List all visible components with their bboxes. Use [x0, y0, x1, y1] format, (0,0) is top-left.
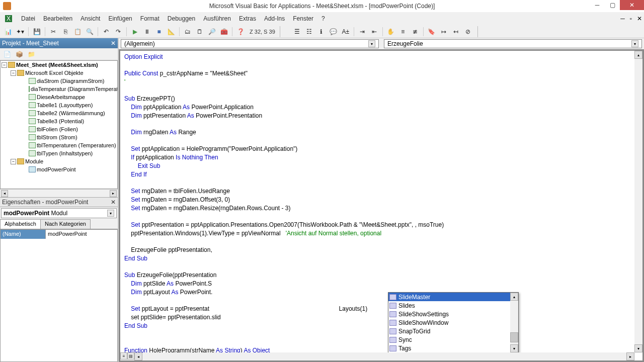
menu-debuggen[interactable]: Debuggen: [164, 15, 199, 22]
properties-icon[interactable]: 🗒: [195, 27, 205, 37]
tab-alphabetical[interactable]: Alphabetisch: [0, 219, 41, 229]
tree-item[interactable]: Tabelle1 (Layouttypen): [37, 102, 93, 108]
tab-categorized[interactable]: Nach Kategorien: [40, 219, 91, 229]
menu-addins[interactable]: Add-Ins: [260, 15, 289, 22]
insert-module-icon[interactable]: ✦▾: [15, 27, 25, 37]
tree-item[interactable]: Tabelle3 (Potential): [37, 118, 84, 124]
menu-datei[interactable]: Datei: [17, 15, 39, 22]
scroll-right-icon[interactable]: ▸: [626, 352, 634, 360]
break-icon[interactable]: ⏸: [142, 27, 152, 37]
procedure-combo[interactable]: ErzeugeFolie ▾: [384, 39, 642, 48]
tree-module[interactable]: modPowerPoint: [37, 166, 76, 172]
toggle-folders-icon[interactable]: 📁: [26, 49, 36, 59]
menu-bearbeiten[interactable]: Bearbeiten: [39, 15, 76, 22]
breakpoint-icon[interactable]: ✋: [386, 27, 396, 37]
menu-fenster[interactable]: Fenster: [289, 15, 317, 22]
complete-word-icon[interactable]: A±: [341, 27, 351, 37]
prop-row[interactable]: (Name) modPowerPoint: [1, 230, 117, 239]
tree-item[interactable]: diaTemperatur (DiagrammTemperaturen): [31, 86, 118, 92]
intellisense-scrollbar[interactable]: ▴ ▾: [510, 293, 518, 352]
tree-excel-objects[interactable]: Microsoft Excel Objekte: [25, 70, 84, 76]
toggle-bookmark-icon[interactable]: 🔖: [427, 27, 437, 37]
parameter-info-icon[interactable]: 💬: [329, 27, 339, 37]
copy-icon[interactable]: ⎘: [60, 27, 70, 37]
procedure-view-icon[interactable]: ≡: [120, 352, 127, 359]
undo-icon[interactable]: ↶: [101, 27, 111, 37]
view-code-icon[interactable]: 📄: [2, 49, 12, 59]
menu-ausfuehren[interactable]: Ausführen: [199, 15, 235, 22]
scroll-up-icon[interactable]: ▴: [510, 293, 518, 301]
full-module-view-icon[interactable]: ▤: [127, 352, 134, 359]
intellisense-popup[interactable]: SlideMaster Slides SlideShowSettings Sli…: [388, 292, 519, 353]
paste-icon[interactable]: 📋: [72, 27, 83, 37]
next-bookmark-icon[interactable]: ↦: [439, 27, 449, 37]
comment-block-icon[interactable]: ≡: [398, 27, 408, 37]
view-excel-icon[interactable]: 📊: [3, 27, 13, 37]
properties-grid[interactable]: (Name) modPowerPoint: [0, 229, 118, 362]
tree-item[interactable]: diaStrom (DiagrammStrom): [37, 78, 104, 84]
scroll-down-icon[interactable]: ▾: [510, 344, 518, 352]
props-panel-close[interactable]: ✕: [111, 199, 116, 206]
intellisense-item[interactable]: SlideShowSettings: [388, 310, 510, 318]
list-properties-icon[interactable]: ☰: [292, 27, 302, 37]
scroll-right-icon[interactable]: ▸: [110, 190, 117, 197]
view-object-icon[interactable]: 📦: [14, 49, 24, 59]
list-constants-icon[interactable]: ☷: [304, 27, 314, 37]
intellisense-item[interactable]: SlideShowWindow: [388, 318, 510, 327]
tree-module-folder[interactable]: Module: [25, 158, 43, 164]
code-vscroll[interactable]: ▴ ▾: [634, 51, 642, 352]
tree-item[interactable]: Tabelle2 (Wärmedämmung): [37, 110, 105, 116]
intellisense-item[interactable]: Slides: [388, 301, 510, 310]
menu-einfuegen[interactable]: Einfügen: [104, 15, 136, 22]
object-browser-icon[interactable]: 🔎: [207, 27, 217, 37]
expand-icon[interactable]: −: [11, 159, 16, 164]
prop-value-cell[interactable]: modPowerPoint: [46, 230, 117, 239]
prev-bookmark-icon[interactable]: ↤: [451, 27, 461, 37]
toolbox-icon[interactable]: 🧰: [219, 27, 229, 37]
intellisense-item[interactable]: Tags: [388, 344, 510, 352]
redo-icon[interactable]: ↷: [113, 27, 123, 37]
tree-item[interactable]: tblStrom (Strom): [37, 134, 77, 140]
expand-icon[interactable]: −: [2, 62, 7, 68]
project-panel-close[interactable]: ✕: [111, 40, 116, 47]
outdent-icon[interactable]: ⇤: [369, 27, 379, 37]
scroll-thumb[interactable]: [510, 332, 518, 342]
tree-item[interactable]: tblFolien (Folien): [37, 126, 78, 132]
mdi-restore[interactable]: ▫: [630, 15, 632, 22]
tree-item[interactable]: tblTypen (Inhaltstypen): [37, 150, 93, 156]
scroll-left-icon[interactable]: ◂: [134, 352, 142, 360]
reset-icon[interactable]: ■: [154, 27, 164, 37]
help-icon[interactable]: ❓: [235, 27, 246, 37]
mdi-close[interactable]: ✕: [637, 15, 642, 22]
minimize-button[interactable]: ─: [590, 0, 605, 10]
clear-bookmarks-icon[interactable]: ⊘: [463, 27, 473, 37]
object-combo[interactable]: (Allgemein) ▾: [121, 39, 379, 48]
code-hscroll[interactable]: ≡ ▤ ◂ ▸: [120, 352, 634, 360]
intellisense-item[interactable]: SnapToGrid: [388, 327, 510, 335]
scroll-up-icon[interactable]: ▴: [634, 51, 642, 59]
scroll-down-icon[interactable]: ▾: [634, 344, 642, 352]
chevron-down-icon[interactable]: ▾: [368, 40, 375, 47]
tree-item[interactable]: tblTemperaturen (Temperaturen): [37, 142, 116, 148]
intellisense-item[interactable]: Sync: [388, 335, 510, 344]
scroll-left-icon[interactable]: ◂: [1, 190, 8, 197]
chevron-down-icon[interactable]: ▾: [631, 40, 638, 47]
run-icon[interactable]: ▶: [130, 27, 140, 37]
excel-icon[interactable]: X: [3, 13, 14, 24]
code-editor[interactable]: Option Explicit Public Const p_cstrAppNa…: [120, 50, 643, 361]
project-explorer-icon[interactable]: 🗂: [183, 27, 193, 37]
menu-ansicht[interactable]: Ansicht: [76, 15, 104, 22]
uncomment-block-icon[interactable]: ≢: [410, 27, 420, 37]
save-icon[interactable]: 💾: [32, 27, 42, 37]
chevron-down-icon[interactable]: ▾: [107, 210, 114, 217]
expand-icon[interactable]: −: [11, 70, 16, 76]
close-button[interactable]: ✕: [620, 0, 644, 10]
project-tree[interactable]: −Meet_Sheet (Meet&Sheet.xlsm) −Microsoft…: [0, 60, 118, 189]
design-mode-icon[interactable]: 📐: [166, 27, 176, 37]
indent-icon[interactable]: ⇥: [357, 27, 367, 37]
tree-root[interactable]: Meet_Sheet (Meet&Sheet.xlsm): [16, 62, 98, 68]
mdi-minimize[interactable]: ─: [620, 15, 625, 22]
quick-info-icon[interactable]: ℹ: [316, 27, 327, 37]
props-object-combo[interactable]: modPowerPoint Modul ▾: [1, 208, 117, 218]
tree-item[interactable]: DieseArbeitsmappe: [37, 94, 85, 100]
